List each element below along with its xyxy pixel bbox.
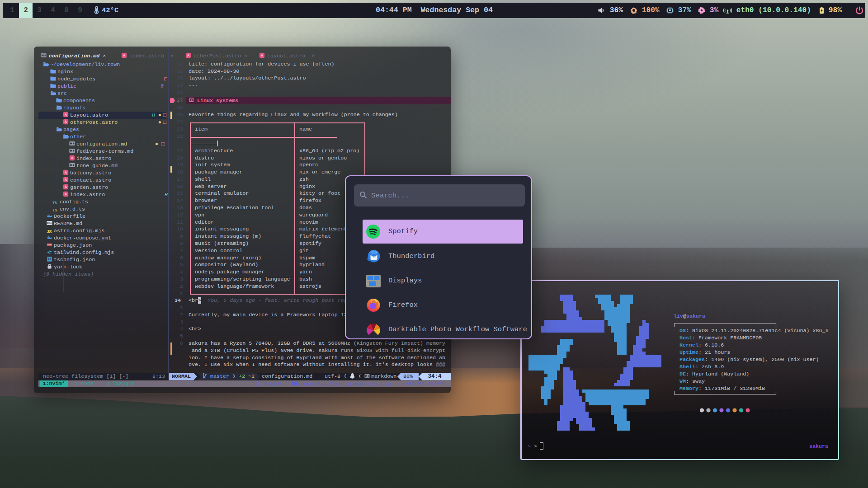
svg-text:TS: TS <box>48 258 52 261</box>
svg-text:1: 1 <box>191 99 193 102</box>
